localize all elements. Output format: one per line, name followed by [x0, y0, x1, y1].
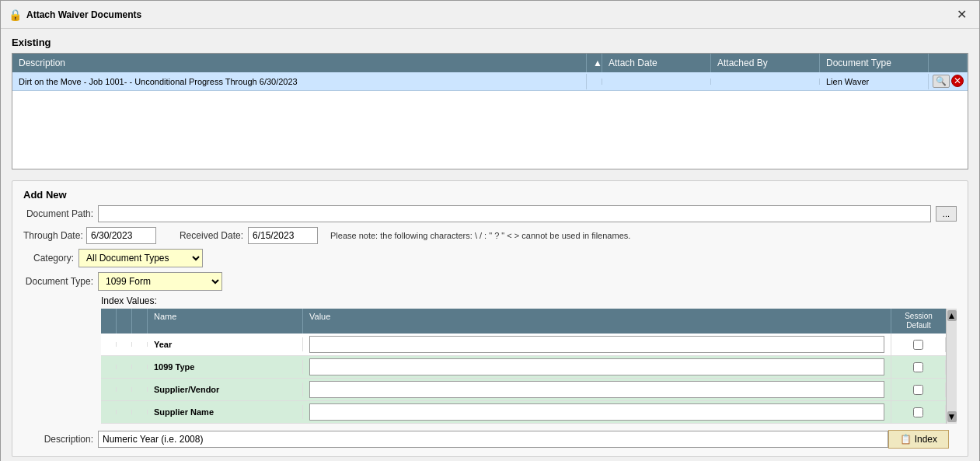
- index-name-supplier-name: Supplier Name: [148, 405, 303, 419]
- description-label: Description:: [31, 434, 93, 445]
- index-session-supplier-name[interactable]: [891, 405, 946, 420]
- lock-icon: 🔒: [9, 9, 22, 21]
- index-value-supplier-name[interactable]: [303, 401, 891, 423]
- index-flag3-year: [132, 342, 148, 347]
- header-attached-by: Attached By: [711, 54, 820, 72]
- scrollbar-up[interactable]: ▲: [947, 310, 957, 321]
- attach-waiver-dialog: 🔒 Attach Waiver Documents ✕ Existing Des…: [0, 0, 980, 461]
- index-session-checkbox-1099type[interactable]: [913, 362, 923, 372]
- index-flag1-year: [101, 342, 117, 347]
- index-button[interactable]: 📋 Index: [888, 430, 949, 449]
- index-row-year: Year: [101, 334, 946, 356]
- table-empty-area: [12, 91, 968, 169]
- index-value-input-supplier-vendor[interactable]: [309, 381, 884, 398]
- index-session-checkbox-year[interactable]: [913, 340, 923, 350]
- index-value-input-year[interactable]: [309, 336, 884, 353]
- existing-section: Existing Description ▲ Attach Date Attac…: [12, 37, 968, 169]
- index-session-1099type[interactable]: [891, 360, 946, 375]
- dialog-title: Attach Waiver Documents: [26, 9, 141, 20]
- doc-path-row: Document Path: ...: [23, 205, 957, 222]
- header-doc-type: Document Type: [820, 54, 929, 72]
- add-new-section: Add New Document Path: ... Through Date:…: [12, 180, 968, 457]
- index-flag2-year: [117, 342, 132, 347]
- index-values-label: Index Values:: [101, 295, 957, 306]
- filename-note: Please note: the following characters: \…: [330, 231, 630, 240]
- row-delete-button[interactable]: ✕: [951, 75, 964, 87]
- index-session-checkbox-supplier-vendor[interactable]: [913, 385, 923, 395]
- index-header-name: Name: [148, 309, 303, 334]
- index-btn-label: Index: [915, 434, 937, 445]
- index-value-year[interactable]: [303, 334, 891, 355]
- index-value-input-supplier-name[interactable]: [309, 403, 884, 421]
- add-new-title: Add New: [23, 189, 957, 201]
- index-flag1-supplier-vendor: [101, 387, 117, 392]
- index-value-supplier-vendor[interactable]: [303, 379, 891, 400]
- header-actions: [929, 54, 968, 72]
- index-icon: 📋: [900, 434, 912, 445]
- through-date-label: Through Date:: [23, 230, 82, 241]
- description-input[interactable]: [98, 431, 888, 448]
- index-table: Name Value SessionDefault Year: [101, 309, 946, 424]
- row-doc-type: Lien Waver: [820, 74, 929, 89]
- doc-path-input[interactable]: [98, 205, 931, 222]
- index-flag3-supplier-vendor: [132, 387, 148, 392]
- index-table-header: Name Value SessionDefault: [101, 309, 946, 334]
- doc-path-label: Document Path:: [23, 208, 93, 219]
- row-sort: [587, 79, 602, 85]
- index-value-1099type[interactable]: [303, 356, 891, 378]
- index-name-supplier-vendor: Supplier/Vendor: [148, 382, 303, 396]
- index-flag3-supplier-name: [132, 410, 148, 414]
- category-label: Category:: [23, 253, 74, 264]
- existing-table-header: Description ▲ Attach Date Attached By Do…: [12, 54, 968, 72]
- table-row: Dirt on the Move - Job 1001- - Unconditi…: [12, 72, 968, 91]
- index-header-flag2: [117, 309, 132, 334]
- index-header-value: Value: [303, 309, 891, 334]
- index-scrollbar[interactable]: ▲ ▼: [946, 309, 957, 424]
- close-button[interactable]: ✕: [952, 5, 971, 23]
- category-select[interactable]: All Document Types: [78, 249, 203, 267]
- through-date-input[interactable]: [86, 227, 156, 244]
- row-search-button[interactable]: 🔍: [933, 75, 950, 88]
- received-date-input[interactable]: [248, 227, 318, 244]
- row-attached-by: [711, 79, 820, 85]
- existing-section-title: Existing: [12, 37, 968, 48]
- index-name-1099type: 1099 Type: [148, 360, 303, 374]
- category-row: Category: All Document Types: [23, 249, 957, 267]
- scrollbar-track: [947, 321, 957, 411]
- index-session-supplier-vendor[interactable]: [891, 382, 946, 397]
- index-row-1099type: 1099 Type: [101, 356, 946, 379]
- index-session-year[interactable]: [891, 337, 946, 352]
- index-header-flag3: [132, 309, 148, 334]
- bottom-row: Description: 📋 Index: [23, 430, 957, 449]
- index-header-session: SessionDefault: [891, 309, 946, 334]
- index-row-supplier-vendor: Supplier/Vendor: [101, 379, 946, 401]
- index-flag2-supplier-name: [117, 410, 132, 414]
- index-flag2-1099type: [117, 365, 132, 369]
- date-row: Through Date: Received Date: Please note…: [23, 227, 957, 244]
- index-session-checkbox-supplier-name[interactable]: [913, 407, 923, 417]
- doc-type-select[interactable]: 1099 Form: [98, 272, 222, 291]
- doc-type-row: Document Type: 1099 Form: [23, 272, 957, 291]
- index-flag1-supplier-name: [101, 410, 117, 414]
- scrollbar-down[interactable]: ▼: [947, 411, 957, 422]
- row-attach-date: [602, 79, 711, 85]
- index-flag2-supplier-vendor: [117, 387, 132, 392]
- row-description: Dirt on the Move - Job 1001- - Unconditi…: [12, 74, 587, 89]
- index-flag3-1099type: [132, 365, 148, 369]
- index-flag1-1099type: [101, 365, 117, 369]
- received-date-label: Received Date:: [173, 230, 243, 241]
- desc-row: Description:: [31, 431, 888, 448]
- index-name-year: Year: [148, 337, 303, 351]
- header-attach-date: Attach Date: [602, 54, 711, 72]
- index-table-wrapper: Name Value SessionDefault Year: [101, 309, 957, 424]
- existing-table-container: Description ▲ Attach Date Attached By Do…: [12, 53, 968, 169]
- header-description: Description: [12, 54, 587, 72]
- title-bar: 🔒 Attach Waiver Documents ✕: [1, 1, 979, 29]
- index-values-section: Index Values: Name Value SessionDefault: [101, 295, 957, 424]
- dialog-body: Existing Description ▲ Attach Date Attac…: [1, 29, 979, 461]
- index-row-supplier-name: Supplier Name: [101, 401, 946, 424]
- index-header-flag1: [101, 309, 117, 334]
- browse-button[interactable]: ...: [936, 206, 957, 222]
- index-value-input-1099type[interactable]: [309, 358, 884, 375]
- row-actions: 🔍 ✕: [929, 72, 968, 90]
